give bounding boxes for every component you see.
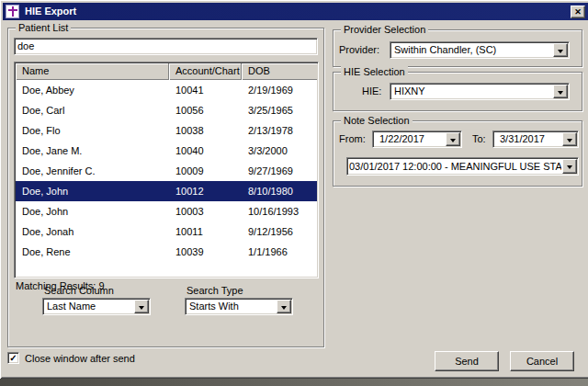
- cell-name: Doe, Jennifer C.: [16, 161, 169, 181]
- from-label: From:: [339, 133, 366, 144]
- provider-selection-group-label: Provider Selection: [341, 24, 428, 35]
- chevron-down-icon[interactable]: [553, 85, 568, 98]
- search-type-label: Search Type: [187, 285, 243, 296]
- note-selection-group-label: Note Selection: [341, 115, 413, 126]
- cell-account: 10009: [169, 161, 242, 181]
- desktop-edge: [0, 379, 588, 386]
- cell-account: 10003: [169, 201, 242, 221]
- cell-dob: 2/19/1969: [242, 80, 317, 100]
- cell-account: 10039: [169, 242, 242, 262]
- cancel-button[interactable]: Cancel: [510, 351, 574, 371]
- from-date-value: 1/22/2017: [379, 133, 445, 144]
- cell-account: 10056: [169, 100, 242, 120]
- chevron-down-icon[interactable]: [277, 300, 291, 313]
- cell-dob: 1/1/1966: [242, 242, 317, 262]
- search-type-value: Starts With: [189, 301, 276, 312]
- provider-value: Swithin Chandler, (SC): [394, 44, 552, 55]
- cell-name: Doe, Jane M.: [16, 141, 169, 161]
- cell-name: Doe, Rene: [16, 242, 169, 262]
- close-after-send-checkbox[interactable]: ✓: [7, 352, 19, 364]
- patient-list-group-label: Patient List: [16, 22, 71, 33]
- note-selection-group: Note Selection From: 1/22/2017 To: 3/31/…: [333, 120, 582, 187]
- search-column-label: Search Column: [44, 285, 114, 296]
- close-icon[interactable]: ✕: [571, 6, 585, 18]
- table-row[interactable]: Doe, Rene 10039 1/1/1966: [16, 242, 317, 262]
- hie-label: HIE:: [362, 85, 381, 96]
- hie-export-dialog: HIE Export ✕ Patient List doe Name Accou…: [0, 0, 588, 379]
- chevron-down-icon[interactable]: [446, 132, 460, 146]
- to-label: To:: [472, 133, 486, 144]
- table-row[interactable]: Doe, Carl 10056 3/25/1965: [16, 100, 317, 120]
- provider-select[interactable]: Swithin Chandler, (SC): [390, 41, 570, 59]
- table-row-selected[interactable]: Doe, John 10012 8/10/1980: [16, 181, 317, 201]
- patient-table-header: Name Account/Chart DOB: [16, 63, 317, 80]
- search-column-select[interactable]: Last Name: [42, 298, 151, 315]
- cell-name: Doe, Carl: [16, 100, 169, 120]
- provider-label: Provider:: [339, 44, 379, 55]
- screen: HIE Export ✕ Patient List doe Name Accou…: [0, 0, 588, 386]
- cell-dob: 2/13/1978: [242, 120, 317, 141]
- cell-account: 10011: [169, 221, 242, 242]
- cell-name: Doe, John: [16, 201, 169, 221]
- column-header-account[interactable]: Account/Chart: [169, 63, 242, 80]
- chevron-down-icon[interactable]: [553, 43, 568, 57]
- cell-name: Doe, Abbey: [16, 80, 169, 100]
- hie-selection-group-label: HIE Selection: [341, 66, 408, 77]
- table-row[interactable]: Doe, Jonah 10011 9/12/1956: [16, 221, 317, 242]
- from-date-select[interactable]: 1/22/2017: [372, 131, 462, 148]
- table-row[interactable]: Doe, Jane M. 10040 3/3/2000: [16, 141, 317, 161]
- search-column-value: Last Name: [47, 301, 133, 312]
- column-header-dob[interactable]: DOB: [242, 63, 317, 80]
- patient-table: Name Account/Chart DOB Doe, Abbey 10041 …: [14, 62, 319, 278]
- cell-name: Doe, Jonah: [16, 221, 169, 242]
- patient-table-body: Doe, Abbey 10041 2/19/1969 Doe, Carl 100…: [16, 80, 317, 277]
- cell-dob: 3/25/1965: [242, 100, 317, 120]
- cell-dob: 8/10/1980: [242, 181, 317, 201]
- table-row[interactable]: Doe, John 10003 10/16/1993: [16, 201, 317, 221]
- column-header-name[interactable]: Name: [16, 63, 169, 80]
- medical-cross-icon: [6, 5, 19, 18]
- search-type-select[interactable]: Starts With: [185, 298, 293, 315]
- hie-select[interactable]: HIXNY: [390, 83, 570, 100]
- cell-dob: 9/27/1969: [242, 161, 317, 181]
- hie-value: HIXNY: [394, 85, 552, 96]
- chevron-down-icon[interactable]: [134, 300, 149, 313]
- note-value: 03/01/2017 12:00:00 - MEANINGFUL USE STA: [349, 161, 561, 172]
- note-select[interactable]: 03/01/2017 12:00:00 - MEANINGFUL USE STA: [346, 157, 579, 176]
- table-row[interactable]: Doe, Jennifer C. 10009 9/27/1969: [16, 161, 317, 181]
- table-row[interactable]: Doe, Abbey 10041 2/19/1969: [16, 80, 317, 100]
- cell-dob: 10/16/1993: [242, 201, 317, 221]
- close-after-send-label: Close window after send: [25, 353, 135, 364]
- table-row[interactable]: Doe, Flo 10038 2/13/1978: [16, 120, 317, 141]
- provider-selection-group: Provider Selection Provider: Swithin Cha…: [333, 29, 582, 67]
- hie-selection-group: HIE Selection HIE: HIXNY: [333, 72, 582, 111]
- send-button[interactable]: Send: [435, 351, 499, 371]
- to-date-select[interactable]: 3/31/2017: [492, 131, 579, 148]
- chevron-down-icon[interactable]: [562, 132, 577, 146]
- to-date-value: 3/31/2017: [500, 133, 561, 144]
- chevron-down-icon[interactable]: [562, 159, 577, 174]
- cell-account: 10040: [169, 141, 242, 161]
- titlebar[interactable]: HIE Export ✕: [3, 3, 588, 20]
- cell-dob: 9/12/1956: [242, 221, 317, 242]
- cell-account: 10038: [169, 120, 242, 141]
- cell-account: 10012: [169, 181, 242, 201]
- patient-search-input[interactable]: doe: [14, 38, 318, 55]
- cell-dob: 3/3/2000: [242, 141, 317, 161]
- cell-name: Doe, John: [16, 181, 169, 201]
- cell-account: 10041: [169, 80, 242, 100]
- window-title: HIE Export: [25, 6, 76, 17]
- patient-list-group: Patient List doe Name Account/Chart DOB …: [7, 28, 324, 347]
- cell-name: Doe, Flo: [16, 120, 169, 141]
